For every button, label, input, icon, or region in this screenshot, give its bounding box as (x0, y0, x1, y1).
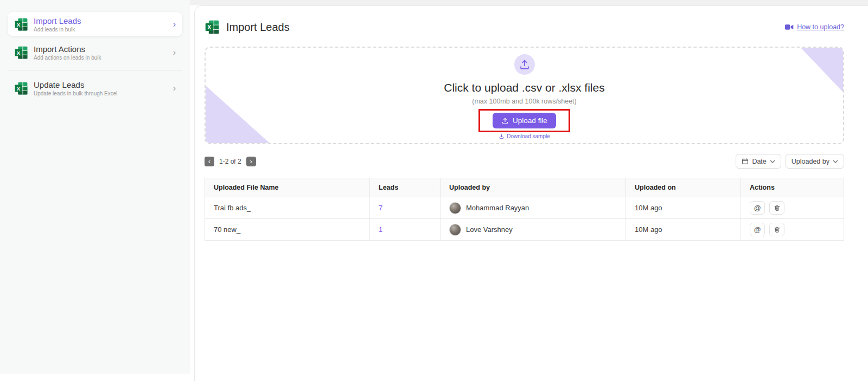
upload-file-label: Upload file (513, 117, 547, 125)
column-header-file-name: Uploaded File Name (205, 178, 370, 197)
table-toolbar: ‹ 1-2 of 2 › Date Uploaded by (205, 154, 844, 169)
download-sample-label: Download sample (507, 133, 550, 139)
at-mention-action-button[interactable]: @ (750, 201, 765, 215)
how-to-upload-label[interactable]: How to upload? (797, 23, 844, 31)
chevron-right-icon: › (250, 157, 252, 165)
calendar-icon (742, 158, 749, 165)
chevron-right-icon: › (173, 84, 176, 93)
upload-icon (519, 59, 531, 70)
file-name-cell: 70 new_ (205, 219, 370, 241)
avatar (449, 224, 461, 236)
upload-dropzone[interactable]: Click to upload .csv or .xlsx files (max… (205, 47, 844, 144)
excel-icon (14, 81, 28, 95)
sidebar-item-subtitle: Update leads in bulk through Excel (34, 91, 168, 96)
video-camera-icon (785, 24, 794, 30)
sidebar-divider (8, 70, 182, 70)
sidebar-item-title: Import Leads (34, 16, 168, 25)
chevron-right-icon: › (173, 20, 176, 29)
dropzone-subheading: (max 100mb and 100k rows/sheet) (472, 98, 576, 105)
uploaded-on-cell: 10M ago (626, 197, 741, 219)
highlight-box: Upload file (478, 109, 570, 132)
delete-action-button[interactable] (769, 201, 784, 215)
date-filter-label: Date (752, 158, 766, 165)
upload-badge (514, 54, 535, 75)
upload-file-button[interactable]: Upload file (493, 113, 556, 128)
chevron-right-icon: › (173, 48, 176, 57)
decor-triangle-top-right (801, 48, 843, 92)
uploaded-by-filter-button[interactable]: Uploaded by (786, 154, 844, 169)
main-panel: Import Leads How to upload? Click to upl… (194, 5, 868, 381)
sidebar-item-update-leads[interactable]: Update Leads Update leads in bulk throug… (8, 76, 182, 100)
sidebar: Import Leads Add leads in bulk › Import … (0, 0, 190, 373)
pagination: ‹ 1-2 of 2 › (205, 157, 256, 166)
column-header-uploaded-by: Uploaded by (441, 178, 626, 197)
trash-icon (774, 226, 781, 233)
uploader-name: Love Varshney (466, 225, 513, 234)
at-mention-action-button[interactable]: @ (750, 223, 765, 236)
chevron-left-icon: ‹ (208, 157, 210, 165)
trash-icon (774, 204, 781, 211)
table-row: Trai fb ads_ 7 Mohammad Rayyan 10M ago @ (205, 197, 844, 219)
page-title: Import Leads (226, 21, 290, 34)
sidebar-item-import-actions[interactable]: Import Actions Add actions on leads in b… (8, 40, 182, 64)
at-sign-icon: @ (754, 225, 761, 234)
column-header-uploaded-on: Uploaded on (626, 178, 741, 197)
download-icon (499, 133, 505, 139)
pagination-label: 1-2 of 2 (219, 158, 241, 165)
table-row: 70 new_ 1 Love Varshney 10M ago @ (205, 219, 844, 241)
leads-count-link[interactable]: 1 (379, 225, 382, 234)
excel-icon (205, 20, 220, 35)
excel-icon (14, 17, 28, 31)
table-header-row: Uploaded File Name Leads Uploaded by Upl… (205, 178, 844, 197)
prev-page-button[interactable]: ‹ (205, 157, 214, 166)
chevron-down-icon (770, 160, 775, 163)
at-sign-icon: @ (754, 204, 761, 212)
sidebar-item-subtitle: Add leads in bulk (34, 27, 168, 33)
sidebar-item-title: Import Actions (34, 44, 168, 54)
uploader-name: Mohammad Rayyan (466, 204, 529, 212)
dropzone-heading: Click to upload .csv or .xlsx files (444, 81, 604, 94)
sidebar-item-import-leads[interactable]: Import Leads Add leads in bulk › (8, 12, 182, 36)
file-name-cell: Trai fb ads_ (205, 197, 370, 219)
uploaded-on-cell: 10M ago (626, 219, 741, 241)
uploaded-by-filter-label: Uploaded by (792, 158, 829, 165)
delete-action-button[interactable] (769, 223, 784, 236)
excel-icon (14, 46, 28, 60)
column-header-actions: Actions (741, 178, 844, 197)
upload-icon (501, 117, 509, 125)
chevron-down-icon (833, 160, 838, 163)
filters: Date Uploaded by (736, 154, 844, 169)
sidebar-item-subtitle: Add actions on leads in bulk (34, 55, 168, 61)
page-top-strip (190, 0, 868, 5)
page-header: Import Leads How to upload? (205, 19, 844, 35)
next-page-button[interactable]: › (246, 157, 256, 166)
decor-triangle-bottom-left (206, 86, 270, 143)
avatar (449, 202, 461, 214)
uploads-table: Uploaded File Name Leads Uploaded by Upl… (205, 178, 844, 241)
column-header-leads: Leads (370, 178, 441, 197)
download-sample-link[interactable]: Download sample (499, 133, 550, 139)
sidebar-item-title: Update Leads (34, 80, 168, 89)
leads-count-link[interactable]: 7 (379, 204, 382, 212)
date-filter-button[interactable]: Date (736, 154, 781, 169)
how-to-upload-link[interactable]: How to upload? (785, 23, 844, 31)
